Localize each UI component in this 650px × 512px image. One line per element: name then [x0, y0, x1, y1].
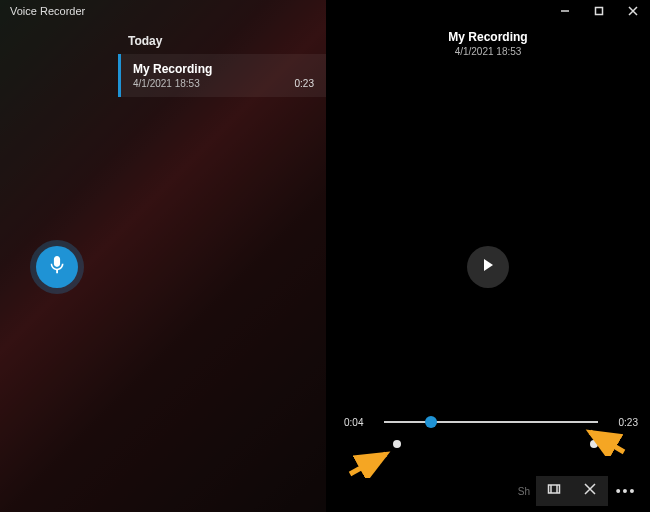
- detail-title: My Recording: [448, 30, 527, 44]
- play-icon: [481, 258, 495, 276]
- recordings-list: Today My Recording 4/1/2021 18:53 0:23: [118, 30, 326, 97]
- record-button[interactable]: [36, 246, 78, 288]
- titlebar: Voice Recorder: [0, 0, 650, 22]
- delete-button[interactable]: [572, 476, 608, 506]
- close-button[interactable]: [616, 0, 650, 22]
- playback-position: 0:04: [344, 417, 374, 428]
- recording-duration: 0:23: [295, 78, 314, 89]
- group-header: Today: [118, 30, 326, 54]
- recordings-pane: Today My Recording 4/1/2021 18:53 0:23: [0, 0, 326, 512]
- more-icon: •••: [616, 484, 637, 498]
- window-controls: [548, 0, 650, 22]
- bottom-toolbar: Sh •••: [518, 476, 644, 506]
- trim-icon: [547, 482, 561, 500]
- track-line: [384, 421, 598, 423]
- playback-pane: My Recording 4/1/2021 18:53: [326, 0, 650, 512]
- detail-datetime: 4/1/2021 18:53: [455, 46, 522, 57]
- voice-recorder-window: Voice Recorder Today My Recording 4/1/20…: [0, 0, 650, 512]
- play-button[interactable]: [467, 246, 509, 288]
- maximize-button[interactable]: [582, 0, 616, 22]
- app-title: Voice Recorder: [0, 5, 85, 17]
- svg-rect-0: [596, 8, 603, 15]
- more-button[interactable]: •••: [608, 476, 644, 506]
- minimize-button[interactable]: [548, 0, 582, 22]
- recording-item[interactable]: My Recording 4/1/2021 18:53 0:23: [118, 54, 326, 97]
- markers-row: [384, 440, 598, 454]
- share-label: Sh: [518, 486, 530, 497]
- marker[interactable]: [590, 440, 598, 448]
- recording-datetime: 4/1/2021 18:53: [133, 78, 314, 89]
- close-icon: [583, 482, 597, 500]
- microphone-icon: [49, 255, 65, 279]
- playback-duration: 0:23: [608, 417, 638, 428]
- trim-button[interactable]: [536, 476, 572, 506]
- seek-thumb[interactable]: [425, 416, 437, 428]
- seek-track[interactable]: [384, 412, 598, 432]
- svg-rect-1: [549, 485, 560, 493]
- recording-name: My Recording: [133, 62, 314, 76]
- marker[interactable]: [393, 440, 401, 448]
- timeline: 0:04 0:23: [344, 412, 638, 432]
